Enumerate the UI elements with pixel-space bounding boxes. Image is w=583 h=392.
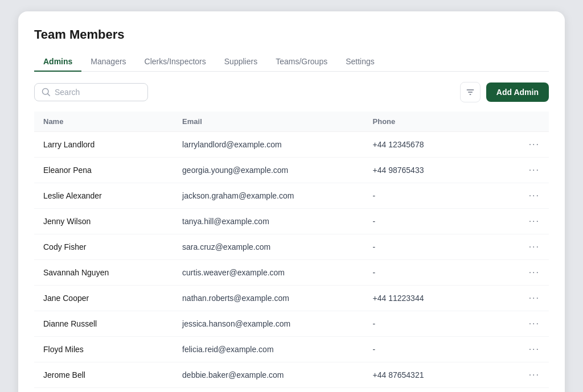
cell-email-8: felicia.reid@example.com (173, 336, 363, 362)
filter-icon (466, 88, 475, 97)
cell-actions-0[interactable]: ··· (498, 131, 549, 157)
cell-phone-8: - (364, 336, 498, 362)
cell-phone-6: +44 11223344 (364, 285, 498, 311)
cell-actions-3[interactable]: ··· (498, 208, 549, 234)
tab-bar: Admins Managers Clerks/Inspectors Suppli… (34, 52, 549, 72)
cell-actions-4[interactable]: ··· (498, 234, 549, 259)
cell-phone-1: +44 98765433 (364, 157, 498, 183)
cell-name-0: Larry Landlord (34, 131, 173, 157)
col-header-phone: Phone (364, 112, 498, 132)
cell-email-1: georgia.young@example.com (173, 157, 363, 183)
table-row: Floyd Miles felicia.reid@example.com - ·… (34, 336, 549, 362)
cell-email-2: jackson.graham@example.com (173, 183, 363, 208)
add-admin-button[interactable]: Add Admin (486, 82, 549, 102)
cell-name-9: Jerome Bell (34, 362, 173, 387)
cell-actions-8[interactable]: ··· (498, 336, 549, 362)
search-input[interactable] (55, 88, 141, 97)
tab-suppliers[interactable]: Suppliers (215, 52, 266, 72)
table-row: Savannah Nguyen curtis.weaver@example.co… (34, 259, 549, 285)
cell-phone-9: +44 87654321 (364, 362, 498, 387)
table-row: Leslie Alexander jackson.graham@example.… (34, 183, 549, 208)
cell-name-5: Savannah Nguyen (34, 259, 173, 285)
cell-phone-7: - (364, 311, 498, 336)
cell-name-2: Leslie Alexander (34, 183, 173, 208)
toolbar-right: Add Admin (460, 82, 549, 102)
table-row: Larry Landlord larrylandlord@example.com… (34, 131, 549, 157)
cell-actions-7[interactable]: ··· (498, 311, 549, 336)
search-icon (42, 88, 50, 96)
cell-actions-9[interactable]: ··· (498, 362, 549, 387)
cell-name-4: Cody Fisher (34, 234, 173, 259)
cell-name-3: Jenny Wilson (34, 208, 173, 234)
col-header-name: Name (34, 112, 173, 132)
cell-actions-6[interactable]: ··· (498, 285, 549, 311)
page-title: Team Members (34, 27, 549, 42)
table-row: Jenny Wilson tanya.hill@example.com - ··… (34, 208, 549, 234)
col-header-actions (498, 112, 549, 132)
cell-email-6: nathan.roberts@example.com (173, 285, 363, 311)
table-row: Dianne Russell jessica.hanson@example.co… (34, 311, 549, 336)
search-wrapper (34, 83, 148, 101)
table-row: Eleanor Pena georgia.young@example.com +… (34, 157, 549, 183)
cell-phone-2: - (364, 183, 498, 208)
filter-button[interactable] (460, 82, 481, 102)
tab-teams[interactable]: Teams/Groups (266, 52, 336, 72)
cell-email-7: jessica.hanson@example.com (173, 311, 363, 336)
table-row: Cody Fisher sara.cruz@example.com - ··· (34, 234, 549, 259)
cell-name-6: Jane Cooper (34, 285, 173, 311)
table-row: Jerome Bell debbie.baker@example.com +44… (34, 362, 549, 387)
toolbar: Add Admin (34, 82, 549, 102)
cell-name-7: Dianne Russell (34, 311, 173, 336)
cell-phone-3: - (364, 208, 498, 234)
main-card: Team Members Admins Managers Clerks/Insp… (18, 11, 565, 392)
svg-line-1 (48, 94, 50, 96)
cell-email-9: debbie.baker@example.com (173, 362, 363, 387)
cell-email-5: curtis.weaver@example.com (173, 259, 363, 285)
tab-managers[interactable]: Managers (81, 52, 135, 72)
tab-admins[interactable]: Admins (34, 52, 81, 72)
members-table: Name Email Phone Larry Landlord larrylan… (34, 112, 549, 388)
cell-actions-5[interactable]: ··· (498, 259, 549, 285)
cell-email-4: sara.cruz@example.com (173, 234, 363, 259)
cell-actions-2[interactable]: ··· (498, 183, 549, 208)
cell-actions-1[interactable]: ··· (498, 157, 549, 183)
tab-settings[interactable]: Settings (336, 52, 384, 72)
cell-phone-5: - (364, 259, 498, 285)
cell-name-8: Floyd Miles (34, 336, 173, 362)
cell-email-0: larrylandlord@example.com (173, 131, 363, 157)
col-header-email: Email (173, 112, 363, 132)
table-row: Jane Cooper nathan.roberts@example.com +… (34, 285, 549, 311)
cell-phone-4: - (364, 234, 498, 259)
tab-clerks[interactable]: Clerks/Inspectors (136, 52, 215, 72)
cell-name-1: Eleanor Pena (34, 157, 173, 183)
table-header-row: Name Email Phone (34, 112, 549, 132)
cell-phone-0: +44 12345678 (364, 131, 498, 157)
cell-email-3: tanya.hill@example.com (173, 208, 363, 234)
